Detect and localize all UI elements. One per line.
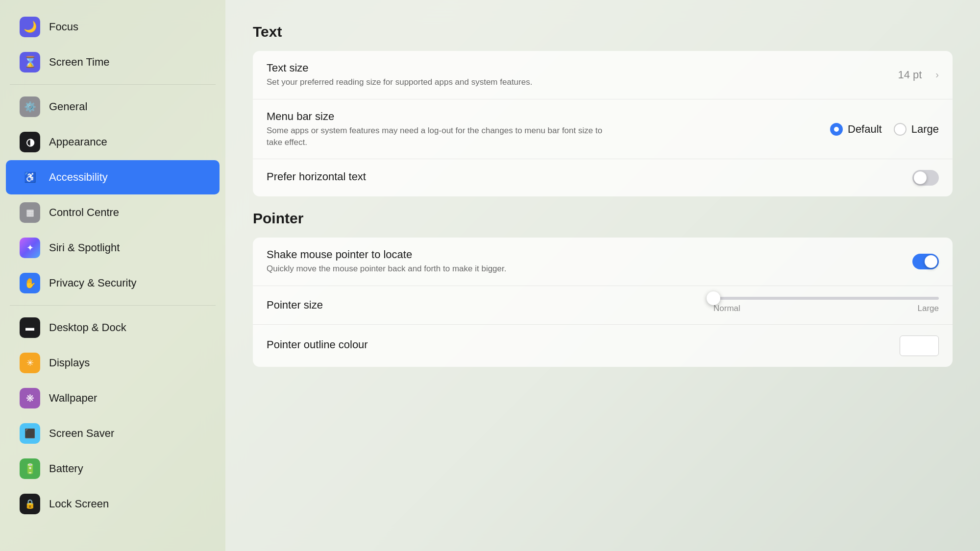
sidebar-label-focus: Focus — [49, 21, 78, 33]
wallpaper-icon: ❋ — [20, 388, 40, 408]
sidebar-label-lockscreen: Lock Screen — [49, 498, 109, 510]
pointer-size-labels: Normal Large — [713, 304, 939, 313]
shake-label: Shake mouse pointer to locate — [267, 248, 903, 261]
prefer-horizontal-knob — [914, 171, 927, 184]
sidebar-label-general: General — [49, 100, 87, 113]
sidebar-item-general[interactable]: ⚙️ General — [6, 90, 220, 124]
screentime-icon: ⌛ — [20, 52, 40, 72]
focus-icon: 🌙 — [20, 17, 40, 37]
sidebar-label-screentime: Screen Time — [49, 56, 110, 69]
pointer-outline-right — [900, 335, 939, 356]
radio-default-label: Default — [848, 123, 882, 136]
pointer-section-title: Pointer — [253, 210, 953, 227]
shake-knob — [925, 255, 937, 268]
text-size-right: 14 pt › — [898, 69, 939, 81]
text-size-label: Text size — [267, 62, 888, 74]
divider-2 — [10, 305, 216, 306]
sidebar-label-displays: Displays — [49, 357, 90, 369]
general-icon: ⚙️ — [20, 96, 40, 117]
sidebar-item-accessibility[interactable]: ♿ Accessibility — [6, 160, 220, 194]
menu-bar-desc: Some apps or system features may need a … — [267, 125, 610, 148]
shake-right — [912, 254, 939, 269]
menu-bar-size-row: Menu bar size Some apps or system featur… — [253, 99, 953, 160]
sidebar-item-desktop[interactable]: ▬ Desktop & Dock — [6, 311, 220, 345]
prefer-horizontal-row: Prefer horizontal text — [253, 159, 953, 196]
sidebar-item-lockscreen[interactable]: 🔒 Lock Screen — [6, 487, 220, 521]
pointer-outline-label: Pointer outline colour — [267, 338, 890, 351]
sidebar-item-battery[interactable]: 🔋 Battery — [6, 452, 220, 486]
text-size-row[interactable]: Text size Set your preferred reading siz… — [253, 51, 953, 99]
radio-large[interactable]: Large — [894, 123, 939, 136]
shake-to-locate-row: Shake mouse pointer to locate Quickly mo… — [253, 238, 953, 286]
sidebar-label-controlcentre: Control Centre — [49, 206, 119, 219]
divider-1 — [10, 84, 216, 85]
sidebar-item-privacy[interactable]: ✋ Privacy & Security — [6, 266, 220, 300]
prefer-horizontal-right — [912, 170, 939, 186]
sidebar: 🌙 Focus ⌛ Screen Time ⚙️ General ◑ Appea… — [0, 0, 225, 551]
radio-large-label: Large — [911, 123, 939, 136]
prefer-horizontal-toggle[interactable] — [912, 170, 939, 186]
sidebar-label-screensaver: Screen Saver — [49, 427, 114, 440]
pointer-card: Shake mouse pointer to locate Quickly mo… — [253, 238, 953, 367]
text-size-value: 14 pt — [898, 69, 922, 81]
sidebar-label-accessibility: Accessibility — [49, 171, 108, 184]
displays-icon: ✳ — [20, 353, 40, 373]
menu-bar-right: Default Large — [830, 123, 939, 136]
chevron-right-icon: › — [935, 69, 939, 80]
pointer-size-min: Normal — [713, 304, 740, 313]
menu-bar-label: Menu bar size — [267, 110, 820, 123]
sidebar-item-siri[interactable]: ✦ Siri & Spotlight — [6, 231, 220, 265]
radio-default[interactable]: Default — [830, 123, 882, 136]
siri-icon: ✦ — [20, 238, 40, 258]
pointer-size-track[interactable] — [713, 297, 939, 300]
pointer-size-slider-container: Normal Large — [713, 297, 939, 313]
sidebar-label-privacy: Privacy & Security — [49, 277, 137, 289]
pointer-size-max: Large — [918, 304, 939, 313]
menu-bar-left: Menu bar size Some apps or system featur… — [267, 110, 820, 148]
sidebar-label-wallpaper: Wallpaper — [49, 392, 97, 405]
appearance-icon: ◑ — [20, 132, 40, 152]
sidebar-item-focus[interactable]: 🌙 Focus — [6, 10, 220, 44]
sidebar-label-appearance: Appearance — [49, 136, 107, 148]
menu-bar-radio-group: Default Large — [830, 123, 939, 136]
pointer-size-knob[interactable] — [707, 291, 720, 305]
sidebar-item-screentime[interactable]: ⌛ Screen Time — [6, 45, 220, 79]
sidebar-label-desktop: Desktop & Dock — [49, 321, 126, 334]
battery-icon: 🔋 — [20, 458, 40, 479]
radio-default-circle — [830, 123, 843, 136]
pointer-outline-left: Pointer outline colour — [267, 338, 890, 353]
sidebar-item-controlcentre[interactable]: ▦ Control Centre — [6, 195, 220, 230]
privacy-icon: ✋ — [20, 273, 40, 293]
lockscreen-icon: 🔒 — [20, 494, 40, 514]
pointer-size-label: Pointer size — [267, 299, 374, 311]
sidebar-label-siri: Siri & Spotlight — [49, 241, 120, 254]
sidebar-item-appearance[interactable]: ◑ Appearance — [6, 125, 220, 159]
pointer-outline-row: Pointer outline colour — [253, 325, 953, 367]
sidebar-item-screensaver[interactable]: ⬛ Screen Saver — [6, 416, 220, 451]
sidebar-item-wallpaper[interactable]: ❋ Wallpaper — [6, 381, 220, 415]
text-size-desc: Set your preferred reading size for supp… — [267, 76, 610, 88]
prefer-horizontal-left: Prefer horizontal text — [267, 170, 903, 185]
sidebar-label-battery: Battery — [49, 462, 83, 475]
radio-large-circle — [894, 123, 906, 136]
accessibility-icon: ♿ — [20, 167, 40, 188]
shake-toggle[interactable] — [912, 254, 939, 269]
text-card: Text size Set your preferred reading siz… — [253, 51, 953, 196]
prefer-horizontal-label: Prefer horizontal text — [267, 170, 903, 183]
controlcentre-icon: ▦ — [20, 202, 40, 223]
desktop-icon: ▬ — [20, 317, 40, 338]
pointer-size-row: Pointer size Normal Large — [253, 286, 953, 325]
text-size-left: Text size Set your preferred reading siz… — [267, 62, 888, 88]
screensaver-icon: ⬛ — [20, 423, 40, 444]
shake-left: Shake mouse pointer to locate Quickly mo… — [267, 248, 903, 275]
sidebar-item-displays[interactable]: ✳ Displays — [6, 346, 220, 380]
pointer-outline-swatch[interactable] — [900, 335, 939, 356]
shake-desc: Quickly move the mouse pointer back and … — [267, 263, 610, 275]
main-content: Text Text size Set your preferred readin… — [225, 0, 980, 551]
text-section-title: Text — [253, 24, 953, 40]
